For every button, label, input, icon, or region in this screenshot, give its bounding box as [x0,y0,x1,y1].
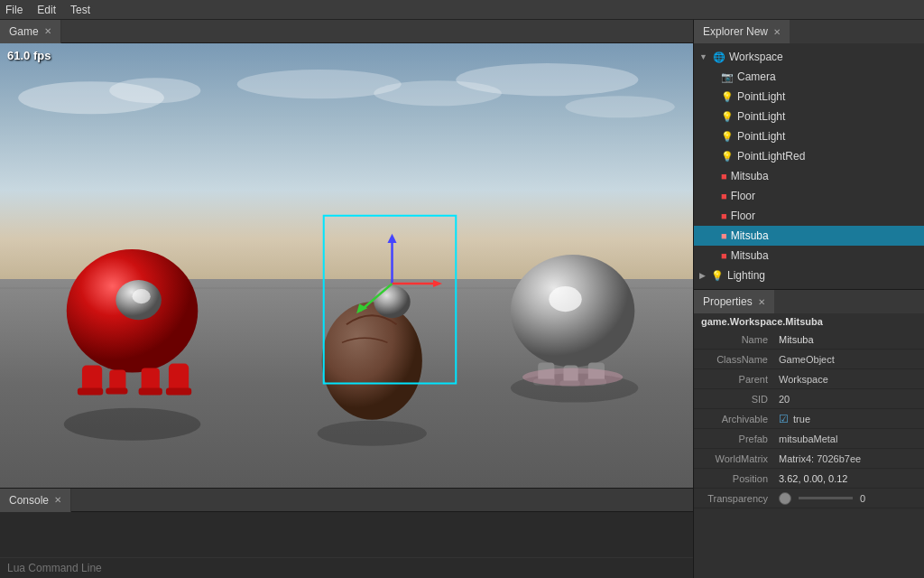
tab-properties[interactable]: Properties ✕ [694,290,774,313]
prop-val-parent: Workspace [775,374,924,385]
pointlight3-icon: 💡 [721,131,734,143]
console-input[interactable] [7,562,686,574]
tree-item-lighting[interactable]: ▶ 💡 Lighting [694,266,924,285]
archivable-value: true [793,414,810,424]
prop-key-name: Name [694,334,775,345]
pointlight1-icon: 💡 [721,91,734,103]
tree-item-workspace[interactable]: ▼ 🌐 Workspace [694,47,924,67]
menu-file[interactable]: File [5,4,23,16]
workspace-collapse-arrow[interactable]: ▼ [699,52,707,61]
right-panel: Explorer New ✕ ▼ 🌐 Workspace 📷 Camera [693,20,924,578]
lighting-collapse-arrow[interactable]: ▶ [699,271,706,280]
svg-rect-20 [166,388,191,396]
pointlight3-label: PointLight [737,130,785,143]
tab-properties-close[interactable]: ✕ [758,297,765,307]
prop-val-name[interactable]: Mitsuba [775,334,924,345]
game-panel: Game ✕ [0,20,693,488]
tab-console[interactable]: Console ✕ [0,489,71,512]
svg-point-38 [522,368,623,386]
transparency-value: 0 [860,493,865,504]
pointlight1-label: PointLight [737,90,785,103]
tree-item-pointlight-3[interactable]: 💡 PointLight [694,126,924,146]
prop-row-prefab: Prefab mitsubaMetal [694,429,924,449]
tab-game-close[interactable]: ✕ [44,26,51,36]
camera-icon: 📷 [721,71,734,83]
pointlightred-icon: 💡 [721,151,734,163]
prop-row-sid: SID 20 [694,389,924,409]
mitsuba1-icon: ■ [721,171,727,182]
tree-item-pointlightred[interactable]: 💡 PointLightRed [694,146,924,166]
tab-explorer-label: Explorer New [703,25,768,38]
tree-item-camera[interactable]: 📷 Camera [694,67,924,87]
scene-svg [0,43,693,488]
prop-key-classname: ClassName [694,354,775,365]
prop-row-position: Position 3.62, 0.00, 0.12 [694,469,924,489]
tab-console-close[interactable]: ✕ [54,495,61,505]
svg-rect-19 [139,388,162,396]
svg-point-31 [549,286,581,312]
prop-row-classname: ClassName GameObject [694,350,924,369]
transparency-slider-track[interactable] [799,497,853,499]
lighting-icon: 💡 [711,270,724,282]
prop-key-transparency: Transparency [694,493,775,504]
explorer-tabbar: Explorer New ✕ [694,20,924,43]
archivable-checkbox-icon[interactable]: ☑ [779,413,789,425]
game-tabbar: Game ✕ [0,20,693,43]
properties-tabbar: Properties ✕ [694,290,924,313]
prop-val-archivable[interactable]: ☑ true [775,413,924,425]
tab-explorer[interactable]: Explorer New ✕ [694,20,790,43]
menu-edit[interactable]: Edit [37,4,56,16]
viewport[interactable]: 61.0 fps [0,43,693,488]
pointlight2-icon: 💡 [721,111,734,123]
prop-key-archivable: Archivable [694,414,775,424]
floor2-icon: ■ [721,210,727,221]
workspace-label: Workspace [729,51,783,63]
tab-game-label: Game [9,25,39,38]
svg-point-1 [109,78,200,103]
tree-item-floor-1[interactable]: ■ Floor [694,186,924,206]
prop-val-position[interactable]: 3.62, 0.00, 0.12 [775,473,924,484]
tree-item-mitsuba-3[interactable]: ■ Mitsuba [694,246,924,266]
svg-marker-27 [433,280,442,287]
tree-item-floor-2[interactable]: ■ Floor [694,206,924,226]
tree-item-pointlight-2[interactable]: 💡 PointLight [694,107,924,126]
prop-row-transparency: Transparency 0 [694,489,924,508]
prop-val-transparency[interactable]: 0 [775,492,924,505]
transparency-slider-thumb[interactable] [779,492,791,505]
floor1-label: Floor [731,190,755,202]
menu-test[interactable]: Test [70,4,90,16]
prop-key-prefab: Prefab [694,434,775,444]
console-panel: Console ✕ [0,488,693,578]
left-panel: Game ✕ [0,20,693,578]
tab-game[interactable]: Game ✕ [0,20,61,43]
tab-console-label: Console [9,494,49,507]
tree-item-mitsuba-1[interactable]: ■ Mitsuba [694,166,924,186]
camera-label: Camera [737,70,776,83]
explorer-panel: Explorer New ✕ ▼ 🌐 Workspace 📷 Camera [694,20,924,290]
properties-panel: Properties ✕ game.Workspace.Mitsuba Name… [694,290,924,578]
prop-val-prefab: mitsubaMetal [775,434,924,444]
tab-properties-label: Properties [703,295,753,308]
prop-key-worldmatrix: WorldMatrix [694,453,775,464]
prop-key-parent: Parent [694,374,775,385]
floor1-icon: ■ [721,191,727,201]
prop-val-worldmatrix: Matrix4: 7026b7ee [775,453,924,464]
prop-row-worldmatrix: WorldMatrix Matrix4: 7026b7ee [694,449,924,469]
viewport-canvas: 61.0 fps [0,43,693,488]
tree-item-pointlight-1[interactable]: 💡 PointLight [694,87,924,107]
mitsuba1-label: Mitsuba [731,170,769,182]
svg-rect-17 [78,388,103,396]
mitsuba3-label: Mitsuba [731,249,769,262]
prop-row-name: Name Mitsuba [694,330,924,350]
svg-point-8 [318,421,427,446]
pointlightred-label: PointLightRed [737,150,805,163]
prop-val-classname: GameObject [775,354,924,365]
svg-point-5 [566,96,675,117]
svg-point-7 [64,408,201,441]
prop-val-sid: 20 [775,394,924,405]
mitsuba3-icon: ■ [721,250,727,261]
properties-path: game.Workspace.Mitsuba [694,313,924,330]
mitsuba2-label: Mitsuba [731,229,769,242]
tab-explorer-close[interactable]: ✕ [773,27,781,37]
tree-item-mitsuba-2-selected[interactable]: ■ Mitsuba [694,226,924,246]
